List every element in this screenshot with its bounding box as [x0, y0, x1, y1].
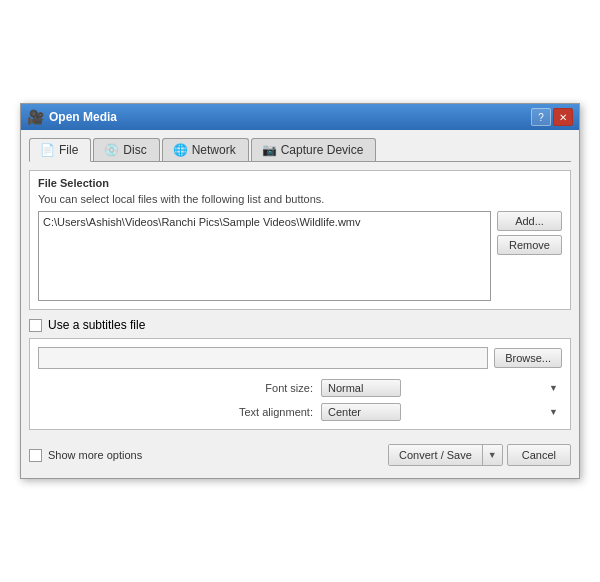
tab-file-label: File [59, 143, 78, 157]
subtitle-header: Use a subtitles file [29, 318, 571, 332]
remove-button[interactable]: Remove [497, 235, 562, 255]
cancel-button[interactable]: Cancel [507, 444, 571, 466]
close-button[interactable]: ✕ [553, 108, 573, 126]
subtitle-checkbox-label: Use a subtitles file [48, 318, 145, 332]
font-size-label: Font size: [78, 382, 313, 394]
footer: Show more options Convert / Save ▼ Cance… [29, 438, 571, 470]
font-size-dropdown-arrow: ▼ [549, 383, 558, 393]
capture-tab-icon: 📷 [262, 143, 277, 157]
alignment-select[interactable]: Left Center Right [321, 403, 401, 421]
file-listbox[interactable]: C:\Users\Ashish\Videos\Ranchi Pics\Sampl… [38, 211, 491, 301]
file-selection-description: You can select local files with the foll… [38, 193, 562, 205]
footer-buttons: Convert / Save ▼ Cancel [388, 444, 571, 466]
title-bar-buttons: ? ✕ [531, 108, 573, 126]
disc-tab-icon: 💿 [104, 143, 119, 157]
font-size-select[interactable]: Smaller Small Normal Large Larger [321, 379, 401, 397]
alignment-dropdown-arrow: ▼ [549, 407, 558, 417]
file-tab-icon: 📄 [40, 143, 55, 157]
font-options: Font size: Smaller Small Normal Large La… [38, 379, 562, 421]
tab-disc-label: Disc [123, 143, 146, 157]
subtitle-file-input[interactable] [38, 347, 488, 369]
subtitle-section: Browse... Font size: Smaller Small Norma… [29, 338, 571, 430]
font-size-select-wrapper: Smaller Small Normal Large Larger ▼ [321, 379, 562, 397]
tab-disc[interactable]: 💿 Disc [93, 138, 159, 161]
show-more-area: Show more options [29, 449, 142, 462]
alignment-label: Text alignment: [78, 406, 313, 418]
file-list-item: C:\Users\Ashish\Videos\Ranchi Pics\Sampl… [43, 216, 486, 228]
open-media-window: 🎥 Open Media ? ✕ 📄 File 💿 Disc 🌐 Network [20, 103, 580, 479]
help-button[interactable]: ? [531, 108, 551, 126]
tab-capture[interactable]: 📷 Capture Device [251, 138, 377, 161]
title-bar: 🎥 Open Media ? ✕ [21, 104, 579, 130]
file-selection-section: File Selection You can select local file… [29, 170, 571, 310]
title-bar-left: 🎥 Open Media [27, 109, 117, 125]
convert-save-button[interactable]: Convert / Save [389, 445, 483, 465]
window-body: 📄 File 💿 Disc 🌐 Network 📷 Capture Device… [21, 130, 579, 478]
show-more-checkbox[interactable] [29, 449, 42, 462]
convert-save-button-group: Convert / Save ▼ [388, 444, 503, 466]
file-selection-title: File Selection [38, 177, 562, 189]
window-title: Open Media [49, 110, 117, 124]
tab-capture-label: Capture Device [281, 143, 364, 157]
network-tab-icon: 🌐 [173, 143, 188, 157]
file-buttons: Add... Remove [497, 211, 562, 255]
alignment-select-wrapper: Left Center Right ▼ [321, 403, 562, 421]
subtitle-checkbox[interactable] [29, 319, 42, 332]
tab-file[interactable]: 📄 File [29, 138, 91, 162]
subtitle-file-row: Browse... [38, 347, 562, 369]
tab-network-label: Network [192, 143, 236, 157]
tab-network[interactable]: 🌐 Network [162, 138, 249, 161]
convert-save-dropdown-arrow[interactable]: ▼ [483, 445, 502, 465]
file-list-area: C:\Users\Ashish\Videos\Ranchi Pics\Sampl… [38, 211, 562, 301]
browse-button[interactable]: Browse... [494, 348, 562, 368]
add-button[interactable]: Add... [497, 211, 562, 231]
tab-bar: 📄 File 💿 Disc 🌐 Network 📷 Capture Device [29, 138, 571, 162]
show-more-label: Show more options [48, 449, 142, 461]
vlc-icon: 🎥 [27, 109, 43, 125]
